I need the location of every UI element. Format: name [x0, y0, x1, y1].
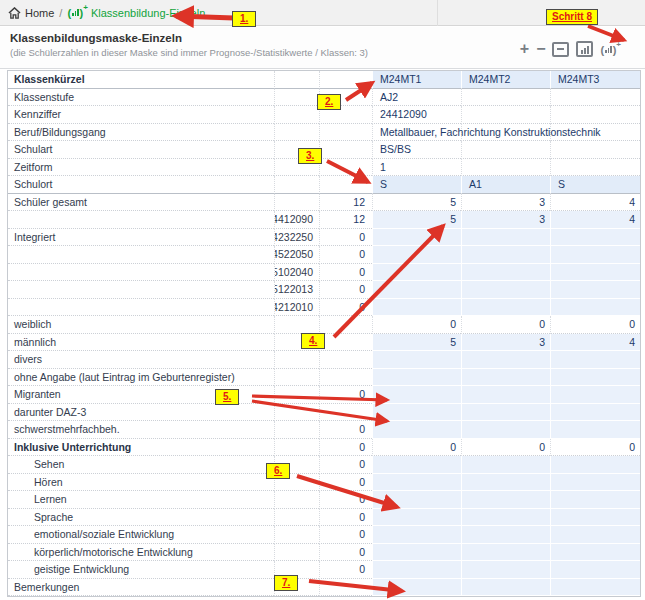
data-cell[interactable]: 0: [372, 316, 461, 334]
data-cell[interactable]: 0: [461, 439, 550, 457]
row-code: 25122013: [274, 281, 319, 299]
row-total: 0: [319, 264, 372, 282]
data-cell: [372, 299, 461, 317]
mask-toolbar: + − ()+: [520, 40, 621, 58]
data-cell[interactable]: Metallbauer, Fachrichtung Konstruktionst…: [372, 124, 461, 142]
row-total: [319, 369, 372, 387]
breadcrumb-separator: /: [59, 7, 62, 19]
data-cell[interactable]: [550, 159, 640, 177]
row-label: [8, 211, 274, 229]
data-cell[interactable]: 5: [372, 194, 461, 212]
row-code: [274, 491, 319, 509]
table-row: Integriert242322500: [8, 229, 640, 247]
table-row: darunter DAZ-3: [8, 404, 640, 422]
annotation-label-6: 6.: [266, 463, 290, 479]
row-total: [319, 141, 372, 159]
table-row: Schüler gesamt12534: [8, 194, 640, 212]
data-cell[interactable]: [550, 106, 640, 124]
row-total: [319, 579, 372, 597]
table-row: 342120100: [8, 299, 640, 317]
breadcrumb-home[interactable]: Home: [8, 7, 54, 19]
data-cell: [550, 456, 640, 474]
topbar-divider: [437, 0, 438, 26]
row-label: Schüler gesamt: [8, 194, 274, 212]
data-cell[interactable]: 24412090: [372, 106, 461, 124]
data-cell: [461, 579, 550, 597]
data-cell: 3: [461, 211, 550, 229]
row-label: Schulort: [8, 176, 274, 194]
data-cell[interactable]: 0: [461, 316, 550, 334]
collapse-icon[interactable]: [552, 42, 569, 57]
class-column-header: S: [550, 176, 640, 194]
row-code: [274, 124, 319, 142]
data-cell: 3: [461, 334, 550, 352]
data-cell: [550, 474, 640, 492]
data-cell[interactable]: 1: [372, 159, 461, 177]
data-cell: [372, 509, 461, 527]
annotation-label-2: 2.: [317, 94, 341, 110]
data-cell: [550, 404, 640, 422]
row-code: 25102040: [274, 264, 319, 282]
annotation-label-schritt8: Schritt 8: [546, 9, 598, 25]
data-cell[interactable]: [461, 106, 550, 124]
row-label: körperlich/motorische Entwicklung: [8, 544, 274, 562]
table-row: KlassenkürzelM24MT1M24MT2M24MT3: [8, 71, 640, 89]
table-row: 245220500: [8, 246, 640, 264]
row-label: weiblich: [8, 316, 274, 334]
chart-icon[interactable]: [576, 41, 593, 57]
data-cell[interactable]: 0: [372, 439, 461, 457]
data-cell[interactable]: [550, 141, 640, 159]
data-cell: [461, 246, 550, 264]
data-cell[interactable]: 0: [550, 439, 640, 457]
row-code: [274, 194, 319, 212]
data-cell[interactable]: BS/BS: [372, 141, 461, 159]
table-row: geistige Entwicklung0: [8, 561, 640, 579]
data-cell[interactable]: [461, 159, 550, 177]
row-total: 0: [319, 229, 372, 247]
data-cell[interactable]: [461, 89, 550, 107]
table-row: Sprache0: [8, 509, 640, 527]
data-cell: [372, 264, 461, 282]
row-total: 0: [319, 456, 372, 474]
data-cell[interactable]: [550, 89, 640, 107]
row-total: 0: [319, 246, 372, 264]
row-total: 0: [319, 561, 372, 579]
row-label: Inklusive Unterrichtung: [8, 439, 274, 457]
data-cell[interactable]: 3: [461, 194, 550, 212]
data-cell[interactable]: [461, 141, 550, 159]
row-code: [274, 421, 319, 439]
table-row: Sehen0: [8, 456, 640, 474]
row-total: 0: [319, 526, 372, 544]
row-label: Beruf/Bildungsgang: [8, 124, 274, 142]
data-cell: [372, 526, 461, 544]
row-label: [8, 246, 274, 264]
class-column-header: M24MT2: [461, 71, 550, 89]
table-row: körperlich/motorische Entwicklung0: [8, 544, 640, 562]
data-cell: [550, 246, 640, 264]
breadcrumb-current[interactable]: ()+ Klassenbildung-Einzeln: [67, 7, 205, 19]
row-total: 0: [319, 386, 372, 404]
row-code: [274, 351, 319, 369]
row-label: Bemerkungen: [8, 579, 274, 597]
table-row: Lernen0: [8, 491, 640, 509]
annotation-label-3: 3.: [298, 148, 322, 164]
row-code: [274, 89, 319, 107]
zoom-out-icon[interactable]: −: [536, 42, 545, 56]
row-code: [274, 526, 319, 544]
data-cell: [550, 386, 640, 404]
row-label: Lernen: [8, 491, 274, 509]
row-total: 0: [319, 509, 372, 527]
data-cell[interactable]: 4: [550, 194, 640, 212]
add-class-icon[interactable]: ()+: [600, 44, 621, 55]
data-cell[interactable]: 0: [550, 316, 640, 334]
data-cell[interactable]: AJ2: [372, 89, 461, 107]
data-cell: 5: [372, 211, 461, 229]
row-label: Klassenstufe: [8, 89, 274, 107]
zoom-in-icon[interactable]: +: [520, 42, 529, 56]
data-cell: [550, 491, 640, 509]
data-cell: [461, 544, 550, 562]
row-total: 0: [319, 491, 372, 509]
annotation-label-7: 7.: [274, 575, 298, 591]
data-cell: [461, 369, 550, 387]
row-code: 24522050: [274, 246, 319, 264]
